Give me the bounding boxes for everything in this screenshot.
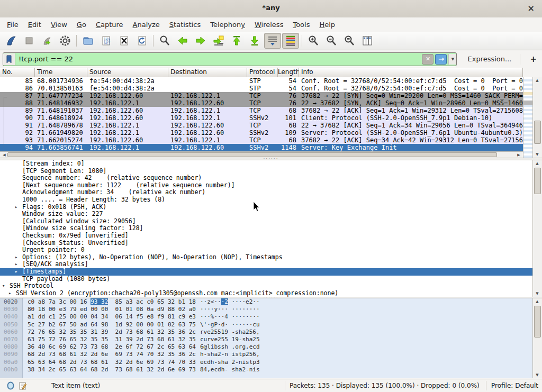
- scrollbar-thumb[interactable]: [534, 121, 541, 144]
- hex-row[interactable]: 00b038 34 2c 65 63 64 68 2d 73 68 61 32 …: [0, 366, 532, 373]
- detail-line[interactable]: ▸Options: (12 bytes), No-Operation (NOP)…: [0, 254, 532, 261]
- detail-line[interactable]: [Calculated window size: 29056]: [0, 218, 532, 225]
- detail-line[interactable]: ▸Flags: 0x018 (PSH, ACK): [0, 204, 532, 211]
- menu-item[interactable]: Capture: [91, 19, 128, 31]
- details-vscrollbar[interactable]: ▲ ▼: [532, 160, 542, 297]
- column-header[interactable]: Info: [299, 68, 523, 77]
- open-file-button[interactable]: [79, 33, 96, 49]
- detail-line[interactable]: [Next sequence number: 1122 (relative se…: [0, 182, 532, 189]
- status-profile[interactable]: Profile: Default: [491, 382, 538, 389]
- detail-line[interactable]: [Stream index: 0]: [0, 160, 532, 168]
- packet-row[interactable]: 8771.647777234192.168.122.60192.168.122.…: [0, 92, 523, 99]
- menu-item[interactable]: Analyze: [128, 19, 165, 31]
- filter-bookmark-button[interactable]: [3, 53, 15, 65]
- detail-line[interactable]: TCP payload (1080 bytes): [0, 276, 532, 283]
- titlebar[interactable]: *any ×: [0, 0, 542, 18]
- expander-collapsed-icon[interactable]: ▸: [15, 261, 22, 268]
- scroll-up-icon[interactable]: ▲: [533, 77, 541, 84]
- display-filter-input[interactable]: !tcp.port == 22: [15, 55, 422, 63]
- detail-line[interactable]: [Checksum Status: Unverified]: [0, 240, 532, 247]
- menu-item[interactable]: File: [2, 19, 23, 31]
- zoom-in-button[interactable]: [305, 33, 322, 49]
- column-header[interactable]: Protocol: [247, 68, 278, 77]
- expander-collapsed-icon[interactable]: ▸: [15, 254, 22, 261]
- expression-button[interactable]: Expression...: [463, 53, 516, 65]
- capture-comment-button[interactable]: [19, 381, 27, 391]
- resize-columns-button[interactable]: [359, 33, 376, 49]
- auto-scroll-toggle[interactable]: [264, 33, 281, 49]
- menu-item[interactable]: Wireless: [250, 19, 288, 31]
- hex-row[interactable]: 00505c 27 b2 67 50 ad 64 98 1d 92 00 00 …: [0, 321, 532, 329]
- hex-row[interactable]: 006072 76 65 32 35 35 31 39 2d 73 68 61 …: [0, 329, 532, 336]
- start-capture-button[interactable]: [3, 33, 20, 49]
- go-to-bottom-button[interactable]: [246, 33, 263, 49]
- menu-item[interactable]: Edit: [23, 19, 46, 31]
- save-file-button[interactable]: 010101100011: [97, 33, 114, 49]
- column-header[interactable]: Destination: [168, 68, 247, 77]
- expander-collapsed-icon[interactable]: ▸: [8, 290, 16, 297]
- expander-expanded-icon[interactable]: ▾: [2, 282, 10, 290]
- detail-line[interactable]: [TCP Segment Len: 1080]: [0, 168, 532, 175]
- hex-row[interactable]: 0040a1 dd c1 25 00 00 04 34 06 14 f5 e8 …: [0, 313, 532, 321]
- scroll-down-icon[interactable]: ▼: [533, 290, 541, 297]
- packet-list-vscrollbar[interactable]: ▲ ▼: [532, 77, 542, 158]
- menu-item[interactable]: Go: [72, 19, 91, 31]
- filter-history-dropdown[interactable]: ▼: [448, 54, 456, 65]
- go-to-packet-button[interactable]: [210, 33, 227, 49]
- packet-row[interactable]: 9371.662015274192.168.122.60192.168.122.…: [0, 136, 523, 144]
- packet-row[interactable]: 8871.648146932192.168.122.1192.168.122.6…: [0, 99, 523, 107]
- reload-file-button[interactable]: [133, 33, 150, 49]
- hex-vscrollbar[interactable]: ▲ ▼: [532, 298, 542, 378]
- expander-collapsed-icon[interactable]: ▸: [15, 204, 22, 211]
- packet-row[interactable]: 9271.661949820192.168.122.1192.168.122.6…: [0, 129, 523, 136]
- zoom-original-button[interactable]: [341, 33, 358, 49]
- stop-capture-button[interactable]: [21, 33, 38, 49]
- scroll-up-icon[interactable]: ▲: [533, 160, 541, 167]
- filter-clear-button[interactable]: ✕: [422, 54, 433, 65]
- zoom-out-button[interactable]: [323, 33, 340, 49]
- packet-list-minimap[interactable]: [523, 77, 533, 158]
- menu-item[interactable]: Help: [314, 19, 340, 31]
- detail-line[interactable]: ▾SSH Protocol: [0, 282, 532, 290]
- restart-capture-button[interactable]: [39, 33, 56, 49]
- expert-info-button[interactable]: [7, 381, 15, 391]
- hex-row[interactable]: 00a065 63 64 68 2d 73 68 61 32 2d 6e 69 …: [0, 359, 532, 366]
- detail-line[interactable]: Sequence number: 42 (relative sequence n…: [0, 175, 532, 182]
- column-header[interactable]: No.: [0, 68, 35, 77]
- packet-row[interactable]: 8568.001734936fe:54:00:d4:38:2aSTP54Conf…: [0, 77, 523, 85]
- packet-row[interactable]: 8971.648191037192.168.122.60192.168.122.…: [0, 107, 523, 114]
- detail-line[interactable]: ▸[Timestamps]: [0, 268, 532, 276]
- packet-row[interactable]: 9471.663856741192.168.122.1192.168.122.6…: [0, 144, 523, 151]
- menu-item[interactable]: View: [46, 19, 72, 31]
- detail-line[interactable]: 1000 .... = Header Length: 32 bytes (8): [0, 196, 532, 204]
- hex-row[interactable]: 009068 2d 73 68 61 32 2d 6e 69 73 74 70 …: [0, 351, 532, 358]
- scrollbar-thumb[interactable]: [7, 152, 497, 157]
- add-filter-button[interactable]: +: [525, 54, 542, 64]
- packet-row[interactable]: 8670.013850163fe:54:00:d4:38:2aSTP54Conf…: [0, 85, 523, 92]
- detail-line[interactable]: Urgent pointer: 0: [0, 247, 532, 254]
- packet-row[interactable]: 9071.648618924192.168.122.60192.168.122.…: [0, 114, 523, 122]
- hex-row[interactable]: 008036 40 6c 69 62 73 73 68 2e 6f 72 67 …: [0, 343, 532, 351]
- detail-line[interactable]: Window size value: 227: [0, 211, 532, 218]
- close-file-button[interactable]: [115, 33, 132, 49]
- packet-row[interactable]: 9171.648789678192.168.122.1192.168.122.6…: [0, 122, 523, 129]
- find-packet-button[interactable]: [156, 33, 173, 49]
- go-back-button[interactable]: [174, 33, 191, 49]
- expander-collapsed-icon[interactable]: ▸: [15, 268, 22, 276]
- scroll-up-icon[interactable]: ▲: [533, 298, 541, 305]
- menu-item[interactable]: Telephony: [205, 19, 250, 31]
- go-forward-button[interactable]: [192, 33, 209, 49]
- capture-options-button[interactable]: [57, 33, 74, 49]
- detail-line[interactable]: Checksum: 0x79ed [unverified]: [0, 232, 532, 240]
- scroll-down-icon[interactable]: ▼: [533, 372, 541, 378]
- detail-line[interactable]: Acknowledgment number: 34 (relative ack …: [0, 189, 532, 196]
- hex-row[interactable]: 007063 75 72 76 65 32 35 35 31 39 2d 73 …: [0, 336, 532, 343]
- column-header[interactable]: Time: [35, 68, 87, 77]
- menu-item[interactable]: Tools: [288, 19, 314, 31]
- column-header[interactable]: Source: [87, 68, 168, 77]
- filter-apply-button[interactable]: →: [435, 54, 447, 65]
- scrollbar-thumb[interactable]: [534, 306, 541, 338]
- colorize-toggle[interactable]: [282, 33, 299, 49]
- scroll-down-icon[interactable]: ▼: [533, 151, 541, 158]
- column-header[interactable]: Length: [278, 68, 299, 77]
